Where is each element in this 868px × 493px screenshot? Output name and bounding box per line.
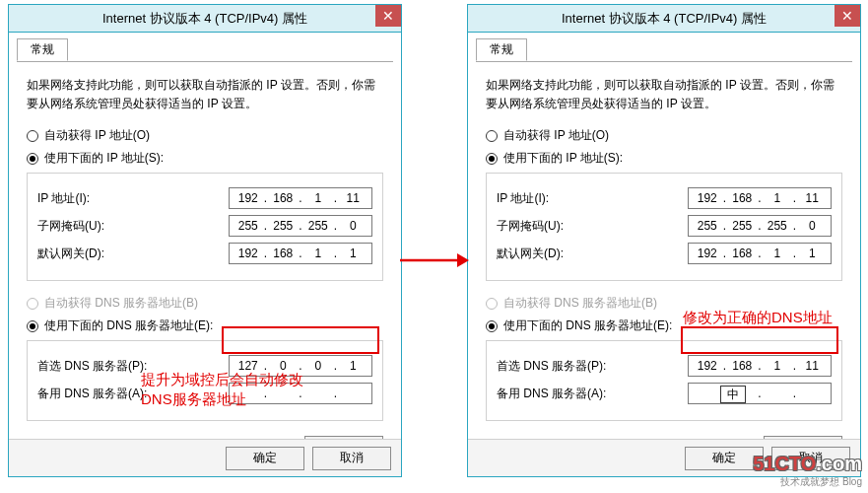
label-mask: 子网掩码(U): — [37, 218, 104, 235]
close-icon: ✕ — [382, 8, 394, 24]
radio-auto-ip[interactable]: 自动获得 IP 地址(O) — [486, 127, 842, 144]
ip-address-input[interactable]: 192. 168. 1. 11 — [688, 187, 832, 209]
radio-auto-dns[interactable]: 自动获得 DNS 服务器地址(B) — [27, 295, 383, 312]
cancel-button[interactable]: 取消 — [771, 447, 850, 470]
label-dns1: 首选 DNS 服务器(P): — [37, 358, 147, 375]
tab-strip: 常规 — [468, 38, 860, 62]
tcpip-properties-dialog-before: Internet 协议版本 4 (TCP/IPv4) 属性 ✕ 常规 如果网络支… — [8, 4, 402, 477]
label-ip: IP 地址(I): — [497, 190, 549, 207]
tab-general[interactable]: 常规 — [17, 38, 68, 61]
label-gateway: 默认网关(D): — [497, 246, 564, 262]
radio-icon — [27, 130, 38, 142]
ip-group: IP 地址(I): 192. 168. 1. 11 子网掩码(U): 255. … — [27, 173, 383, 281]
radio-icon — [27, 298, 38, 310]
ip-address-input[interactable]: 192. 168. 1. 11 — [229, 187, 372, 209]
label-dns1: 首选 DNS 服务器(P): — [497, 358, 606, 375]
label-ip: IP 地址(I): — [37, 190, 90, 207]
tab-general[interactable]: 常规 — [476, 38, 527, 61]
tab-strip: 常规 — [9, 38, 401, 62]
radio-auto-ip[interactable]: 自动获得 IP 地址(O) — [27, 127, 383, 144]
description-text: 如果网络支持此功能，则可以获取自动指派的 IP 设置。否则，你需要从网络系统管理… — [486, 76, 842, 113]
ok-button[interactable]: 确定 — [685, 447, 764, 470]
radio-icon — [486, 320, 498, 332]
highlight-box-dns-after — [681, 326, 838, 354]
preferred-dns-input[interactable]: 192. 168. 1. 11 — [688, 355, 832, 377]
annotation-after: 修改为正确的DNS地址 — [683, 308, 833, 327]
close-button[interactable]: ✕ — [835, 5, 860, 27]
window-title: Internet 协议版本 4 (TCP/IPv4) 属性 — [562, 10, 767, 28]
highlight-box-dns-before — [222, 326, 379, 354]
label-dns2: 备用 DNS 服务器(A): — [497, 386, 606, 402]
radio-icon — [27, 153, 38, 165]
close-icon: ✕ — [841, 8, 853, 24]
arrow-icon — [400, 250, 469, 270]
title-bar: Internet 协议版本 4 (TCP/IPv4) 属性 ✕ — [9, 5, 401, 33]
radio-manual-ip[interactable]: 使用下面的 IP 地址(S): — [27, 150, 383, 167]
radio-icon — [27, 320, 38, 332]
radio-icon — [486, 130, 498, 142]
label-gateway: 默认网关(D): — [37, 246, 104, 262]
default-gateway-input[interactable]: 192. 168. 1. 1 — [229, 243, 372, 264]
title-bar: Internet 协议版本 4 (TCP/IPv4) 属性 ✕ — [468, 5, 860, 33]
annotation-before: 提升为域控后会自动修改 DNS服务器地址 — [141, 370, 303, 410]
close-button[interactable]: ✕ — [375, 5, 401, 27]
radio-icon — [486, 153, 498, 165]
alternate-dns-input[interactable]: . . . — [688, 383, 832, 404]
subnet-mask-input[interactable]: 255. 255. 255. 0 — [688, 215, 832, 237]
window-title: Internet 协议版本 4 (TCP/IPv4) 属性 — [102, 10, 307, 28]
label-mask: 子网掩码(U): — [497, 218, 564, 235]
ok-button[interactable]: 确定 — [226, 447, 304, 470]
ime-indicator: 中 — [720, 386, 746, 403]
default-gateway-input[interactable]: 192. 168. 1. 1 — [688, 243, 832, 264]
tab-content: 如果网络支持此功能，则可以获取自动指派的 IP 设置。否则，你需要从网络系统管理… — [468, 62, 860, 467]
label-dns2: 备用 DNS 服务器(A): — [37, 386, 147, 402]
dialog-button-bar: 确定 取消 — [468, 439, 860, 476]
radio-manual-ip[interactable]: 使用下面的 IP 地址(S): — [486, 150, 842, 167]
subnet-mask-input[interactable]: 255. 255. 255. 0 — [229, 215, 372, 237]
ip-group: IP 地址(I): 192. 168. 1. 11 子网掩码(U): 255. … — [486, 173, 842, 281]
cancel-button[interactable]: 取消 — [312, 447, 391, 470]
radio-icon — [486, 298, 498, 310]
description-text: 如果网络支持此功能，则可以获取自动指派的 IP 设置。否则，你需要从网络系统管理… — [27, 76, 383, 113]
tcpip-properties-dialog-after: Internet 协议版本 4 (TCP/IPv4) 属性 ✕ 常规 如果网络支… — [467, 4, 861, 477]
dialog-button-bar: 确定 取消 — [9, 439, 401, 476]
